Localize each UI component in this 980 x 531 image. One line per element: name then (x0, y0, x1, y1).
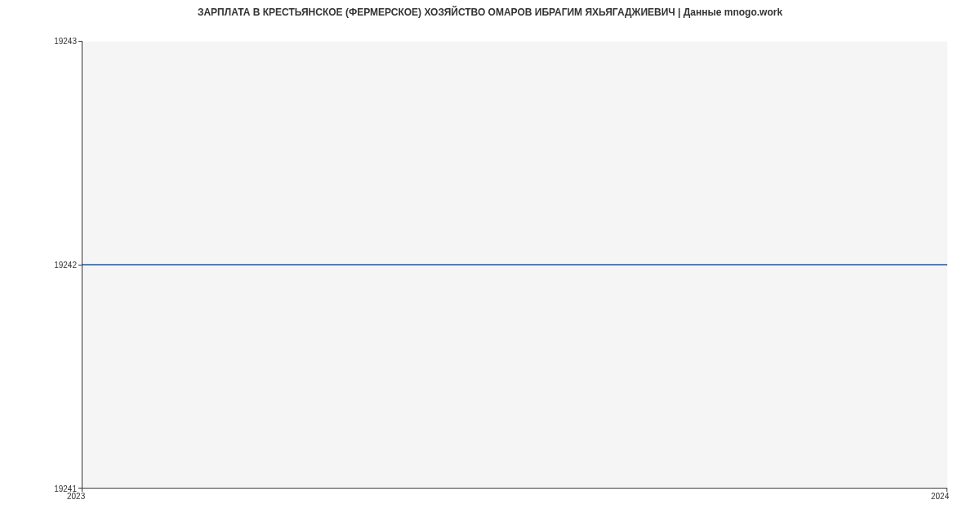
x-tick-label: 2024 (931, 492, 949, 501)
chart-container: ЗАРПЛАТА В КРЕСТЬЯНСКОЕ (ФЕРМЕРСКОЕ) ХОЗ… (0, 0, 980, 531)
data-line (82, 264, 947, 266)
chart-title: ЗАРПЛАТА В КРЕСТЬЯНСКОЕ (ФЕРМЕРСКОЕ) ХОЗ… (0, 7, 980, 18)
y-tick-label: 19242 (36, 261, 77, 270)
plot-area (82, 41, 947, 489)
y-tick-label: 19243 (36, 37, 77, 46)
x-tick-label: 2023 (67, 492, 85, 501)
